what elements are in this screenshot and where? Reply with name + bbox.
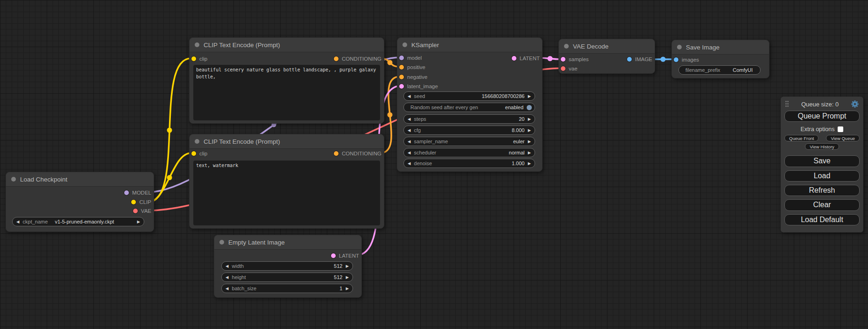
node-ksampler[interactable]: KSampler model LATENT positive negative … <box>397 37 543 172</box>
node-title-bar[interactable]: CLIP Text Encode (Prompt) <box>190 38 384 52</box>
decrement-arrow-icon[interactable]: ◀ <box>226 287 229 291</box>
increment-arrow-icon[interactable]: ▶ <box>528 117 531 121</box>
output-port-conditioning: CONDITIONING <box>334 54 381 63</box>
decrement-arrow-icon[interactable]: ◀ <box>408 161 411 166</box>
node-title: Load Checkpoint <box>20 176 67 183</box>
port-dot-model[interactable] <box>399 56 404 60</box>
output-port-conditioning: CONDITIONING <box>334 149 381 158</box>
increment-arrow-icon[interactable]: ▶ <box>528 161 531 166</box>
decrement-arrow-icon[interactable]: ◀ <box>408 140 411 144</box>
widget-height[interactable]: ◀ height 512 ▶ <box>221 273 353 282</box>
collapse-dot-icon[interactable] <box>219 240 224 245</box>
node-graph-canvas[interactable]: Load Checkpoint MODEL CLIP VAE ◀ ckpt_na… <box>0 0 868 329</box>
prompt-textarea[interactable]: text, watermark <box>193 161 380 225</box>
collapse-dot-icon[interactable] <box>402 42 407 47</box>
save-button[interactable]: Save <box>784 155 860 167</box>
node-clip-text-encode-negative[interactable]: CLIP Text Encode (Prompt) clip CONDITION… <box>189 134 384 229</box>
decrement-arrow-icon[interactable]: ◀ <box>226 264 229 268</box>
widget-ckpt-name[interactable]: ◀ ckpt_name v1-5-pruned-emaonly.ckpt ▶ <box>12 217 144 226</box>
increment-arrow-icon[interactable]: ▶ <box>346 264 349 268</box>
increment-arrow-icon[interactable]: ▶ <box>346 275 349 280</box>
output-port-image: IMAGE <box>627 55 652 64</box>
node-load-checkpoint[interactable]: Load Checkpoint MODEL CLIP VAE ◀ ckpt_na… <box>6 172 154 232</box>
port-dot-image[interactable] <box>627 57 632 62</box>
increment-arrow-icon[interactable]: ▶ <box>346 287 349 291</box>
port-dot-clip[interactable] <box>191 151 196 156</box>
port-dot-clip[interactable] <box>191 56 196 61</box>
increment-arrow-icon[interactable]: ▶ <box>528 140 531 144</box>
port-dot-conditioning[interactable] <box>334 151 339 156</box>
extra-options-checkbox[interactable] <box>838 126 843 132</box>
widget-scheduler[interactable]: ◀ scheduler normal ▶ <box>403 148 535 157</box>
decrement-arrow-icon[interactable]: ◀ <box>408 151 411 155</box>
view-queue-button[interactable]: View Queue <box>826 135 860 141</box>
node-empty-latent-image[interactable]: Empty Latent Image LATENT ◀ width 512 ▶ … <box>214 235 362 298</box>
port-dot-conditioning[interactable] <box>399 65 404 70</box>
port-dot-conditioning[interactable] <box>399 75 404 79</box>
port-dot-latent[interactable] <box>331 253 336 258</box>
port-dot-clip[interactable] <box>131 200 136 204</box>
port-dot-vae[interactable] <box>133 209 138 213</box>
widget-denoise[interactable]: ◀ denoise 1.000 ▶ <box>403 159 535 168</box>
refresh-button[interactable]: Refresh <box>784 185 860 196</box>
widget-cfg[interactable]: ◀ cfg 8.000 ▶ <box>403 126 535 135</box>
queue-prompt-button[interactable]: Queue Prompt <box>784 111 860 122</box>
prompt-textarea[interactable]: beautiful scenery nature glass bottle la… <box>193 65 380 120</box>
port-label: LATENT <box>339 253 359 259</box>
node-vae-decode[interactable]: VAE Decode samples IMAGE vae <box>558 39 655 74</box>
node-title-bar[interactable]: KSampler <box>397 38 542 52</box>
node-title: Empty Latent Image <box>228 239 285 246</box>
collapse-dot-icon[interactable] <box>195 139 199 144</box>
collapse-dot-icon[interactable] <box>195 42 199 47</box>
port-label: negative <box>407 74 427 80</box>
widget-value: v1-5-pruned-emaonly.ckpt <box>55 219 114 224</box>
port-dot-latent[interactable] <box>561 57 565 62</box>
widget-random-seed-toggle[interactable]: Random seed after every gen enabled <box>403 103 535 112</box>
node-title-bar[interactable]: Empty Latent Image <box>214 235 361 250</box>
collapse-dot-icon[interactable] <box>677 45 682 49</box>
port-dot-latent[interactable] <box>512 56 516 61</box>
widget-filename-prefix[interactable]: filename_prefix ComfyUI <box>678 65 761 75</box>
drag-handle-icon[interactable] <box>785 101 789 107</box>
node-title-bar[interactable]: Load Checkpoint <box>6 172 154 187</box>
widget-sampler-name[interactable]: ◀ sampler_name euler ▶ <box>403 137 535 146</box>
clear-button[interactable]: Clear <box>784 199 860 210</box>
node-save-image[interactable]: Save Image images filename_prefix ComfyU… <box>671 40 769 78</box>
decrement-arrow-icon[interactable]: ◀ <box>408 94 411 98</box>
increment-arrow-icon[interactable]: ▶ <box>528 128 531 133</box>
decrement-arrow-icon[interactable]: ◀ <box>226 275 229 280</box>
widget-label: steps <box>414 116 426 122</box>
node-title-bar[interactable]: VAE Decode <box>559 39 655 54</box>
widget-label: filename_prefix <box>685 67 720 73</box>
link-midpoint-dot <box>167 175 172 180</box>
port-dot-latent[interactable] <box>399 84 404 89</box>
widget-seed[interactable]: ◀ seed 156680208700286 ▶ <box>403 91 535 101</box>
widget-batch-size[interactable]: ◀ batch_size 1 ▶ <box>221 284 353 293</box>
increment-arrow-icon[interactable]: ▶ <box>528 151 531 155</box>
decrement-arrow-icon[interactable]: ◀ <box>16 220 20 224</box>
port-dot-conditioning[interactable] <box>334 56 339 61</box>
load-default-button[interactable]: Load Default <box>784 214 860 225</box>
output-port-model: MODEL <box>124 188 151 197</box>
port-dot-image[interactable] <box>674 57 678 62</box>
collapse-dot-icon[interactable] <box>564 44 569 49</box>
widget-steps[interactable]: ◀ steps 20 ▶ <box>403 114 535 124</box>
collapse-dot-icon[interactable] <box>11 177 16 182</box>
view-history-button[interactable]: View History <box>805 143 839 150</box>
increment-arrow-icon[interactable]: ▶ <box>528 94 531 98</box>
node-title-bar[interactable]: CLIP Text Encode (Prompt) <box>190 134 384 149</box>
load-button[interactable]: Load <box>784 170 860 182</box>
port-label: positive <box>407 64 425 70</box>
node-clip-text-encode-positive[interactable]: CLIP Text Encode (Prompt) clip CONDITION… <box>189 37 384 124</box>
node-title-bar[interactable]: Save Image <box>672 40 769 55</box>
port-dot-model[interactable] <box>124 190 129 195</box>
decrement-arrow-icon[interactable]: ◀ <box>408 117 411 121</box>
settings-gear-icon[interactable] <box>851 100 859 108</box>
queue-front-button[interactable]: Queue Front <box>784 135 819 141</box>
port-label: MODEL <box>132 190 151 196</box>
widget-width[interactable]: ◀ width 512 ▶ <box>221 261 353 271</box>
decrement-arrow-icon[interactable]: ◀ <box>408 128 411 133</box>
port-dot-vae[interactable] <box>561 66 565 71</box>
increment-arrow-icon[interactable]: ▶ <box>137 220 140 224</box>
toggle-dot[interactable] <box>527 105 532 110</box>
